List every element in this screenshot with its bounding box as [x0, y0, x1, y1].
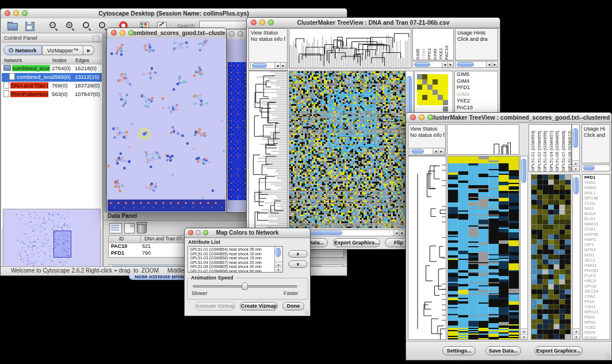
- tv2-gene-item[interactable]: RNR4: [583, 185, 610, 190]
- tab-network[interactable]: ⚇ Network: [3, 45, 42, 55]
- close-button[interactable]: [410, 114, 416, 120]
- minimize-button[interactable]: [419, 114, 424, 120]
- minimize-button[interactable]: [238, 31, 243, 37]
- tv2-column-dendrogram[interactable]: [447, 124, 519, 155]
- close-button[interactable]: [229, 31, 235, 37]
- tv1-column-label[interactable]: YKE2: [438, 30, 444, 60]
- network-tree-row[interactable]: RNAPuberNov2+563(0)107847(0): [2, 90, 102, 99]
- tv2-column-label[interactable]: GPL51-04 (GSM857): [549, 126, 555, 171]
- network1-view[interactable]: [108, 38, 225, 212]
- tv2-gene-item[interactable]: NIS1: [583, 206, 610, 211]
- tv2-heatmap[interactable]: [447, 156, 519, 340]
- tv2-gene-item[interactable]: PHO81: [583, 268, 610, 273]
- tv2-gene-item[interactable]: BUD4: [583, 211, 610, 216]
- animate-vizmap-button[interactable]: Animate Vizmap: [195, 302, 235, 311]
- close-button[interactable]: [188, 230, 193, 235]
- attribute-list-item[interactable]: GPL51-06 (GSM865) heat shock 40 min: [188, 265, 282, 269]
- zoom-button[interactable]: [22, 10, 28, 16]
- tv2-gene-item[interactable]: PAN1: [583, 315, 610, 320]
- done-button[interactable]: Done: [282, 302, 304, 311]
- attribute-list-item[interactable]: GPL51-07 (GSM868) heat shock 60 min: [188, 269, 282, 273]
- tv2-zoom-vscrollbar[interactable]: ▲▼: [572, 174, 580, 340]
- tv2-gene-item[interactable]: MON2: [583, 335, 610, 340]
- tv2-hints-hscrollbar[interactable]: [582, 164, 610, 171]
- tv2-heatmap-vscrollbar[interactable]: ▲▼: [520, 156, 528, 340]
- tv2-save-data-button[interactable]: Save Data...: [485, 346, 521, 355]
- tv2-gene-item[interactable]: HRD3: [583, 278, 610, 283]
- zoom-in-icon[interactable]: +: [65, 21, 76, 30]
- save-icon[interactable]: [24, 21, 36, 30]
- tv2-gene-item[interactable]: PFD1: [583, 175, 610, 180]
- tv2-gene-item[interactable]: VIP1: [583, 242, 610, 247]
- birdseye-panel[interactable]: [3, 209, 101, 273]
- tv2-gene-item[interactable]: SPC98: [583, 196, 610, 201]
- network2-dense-grid-canvas[interactable]: [228, 62, 248, 200]
- tv1-gene-item[interactable]: GIM4: [455, 78, 498, 85]
- minimize-button[interactable]: [13, 10, 19, 16]
- tv2-gene-item[interactable]: SEC24: [583, 289, 610, 294]
- tv2-status-hscrollbar[interactable]: ◀▶: [410, 148, 445, 155]
- move-up-button[interactable]: ∧: [288, 250, 308, 258]
- zoom-button[interactable]: [427, 114, 433, 120]
- tv1-similarity-matrix[interactable]: [414, 71, 453, 113]
- close-button[interactable]: [111, 30, 117, 36]
- tv2-gene-item[interactable]: CPA2: [583, 294, 610, 299]
- tv1-column-label[interactable]: PAC10: [444, 30, 450, 60]
- tv2-gene-item[interactable]: SEC1: [583, 258, 610, 263]
- tv2-gene-item[interactable]: MSI1: [583, 252, 610, 258]
- treeview1-titlebar[interactable]: ClusterMaker TreeView : DNA and Tran 07-…: [247, 18, 500, 28]
- animation-speed-slider-thumb[interactable]: [242, 282, 248, 290]
- treeview2-titlebar[interactable]: ClusterMaker TreeView : combined_scores_…: [406, 113, 611, 123]
- tv1-gene-item[interactable]: GIM5: [455, 71, 498, 78]
- tv1-labels-hscrollbar[interactable]: ◀▶: [412, 61, 454, 68]
- tv1-hints-hscrollbar[interactable]: ◀▶: [455, 61, 498, 68]
- tv2-gene-item[interactable]: RPO21: [583, 309, 610, 315]
- minimize-button[interactable]: [196, 230, 201, 235]
- tv2-gene-item[interactable]: YRA1: [583, 180, 610, 185]
- tv2-gene-item[interactable]: PUF3: [583, 273, 610, 278]
- tv2-labels-vscrollbar[interactable]: ▲▼: [572, 124, 580, 172]
- tv1-column-dendrogram[interactable]: [289, 28, 411, 68]
- tv2-gene-item[interactable]: MSL1: [583, 190, 610, 196]
- tv1-row-dendrogram[interactable]: [248, 71, 288, 228]
- tab-overflow-arrow[interactable]: ▶: [83, 45, 94, 55]
- network1-canvas[interactable]: [108, 38, 225, 212]
- tv2-column-labels-panel[interactable]: GPL51-01 (GSM854)GPL51-02 (GSM855)GPL51-…: [529, 124, 572, 172]
- close-button[interactable]: [251, 20, 257, 25]
- tv2-export-graphics-button[interactable]: Export Graphics...: [534, 346, 583, 355]
- tv2-column-label[interactable]: GPL51-08 (GSM872): [567, 126, 572, 171]
- tv2-gene-item[interactable]: MAK31: [583, 221, 610, 227]
- zoom-selected-icon[interactable]: [82, 21, 93, 30]
- minimize-button[interactable]: [259, 20, 265, 25]
- tv2-zoom-heatmap[interactable]: [531, 174, 571, 340]
- tv1-gene-item[interactable]: PFD1: [455, 85, 498, 91]
- tv2-gene-item[interactable]: FIG4: [583, 299, 610, 304]
- move-down-button[interactable]: ∨: [288, 260, 308, 268]
- tv2-settings-button[interactable]: Settings...: [442, 346, 476, 355]
- open-file-icon[interactable]: [7, 21, 18, 30]
- tv1-column-label[interactable]: GIM3: [433, 30, 438, 60]
- tv2-gene-item[interactable]: RPN1: [583, 320, 610, 325]
- tv2-column-label[interactable]: GPL51-06 (GSM865): [554, 126, 561, 171]
- network-tree-row[interactable]: combined_sco2569(6)13112(15): [2, 73, 102, 82]
- tab-vizmapper[interactable]: VizMapper™: [42, 45, 84, 55]
- tv1-column-labels-panel[interactable]: GIM5GIM4PFD1GIM3YKE2PAC10: [412, 28, 454, 60]
- attribute-list[interactable]: GPL51-01 (GSM854) heat shock 05 minGPL51…: [188, 246, 283, 273]
- float-panel-icon[interactable]: [93, 36, 99, 42]
- resize-grip[interactable]: [605, 353, 610, 359]
- tv2-gene-item[interactable]: GPI16: [583, 283, 610, 289]
- tv1-heatmap[interactable]: [289, 71, 406, 228]
- attribute-table-icon[interactable]: [109, 223, 122, 233]
- tv2-gene-item[interactable]: KAP95: [583, 232, 610, 237]
- new-attribute-icon[interactable]: [124, 223, 135, 233]
- attribute-list-item[interactable]: GPL51-03 (GSM856) heat shock 15 min: [188, 256, 282, 260]
- tv2-column-label[interactable]: GPL51-07 (GSM868): [561, 126, 567, 171]
- attribute-list-item[interactable]: GPL51-01 (GSM854) heat shock 05 min: [188, 247, 282, 252]
- tv2-row-dendrogram[interactable]: [408, 156, 446, 340]
- tv2-column-label[interactable]: GPL51-02 (GSM855): [537, 126, 543, 171]
- close-button[interactable]: [5, 10, 10, 16]
- birdseye-canvas[interactable]: [3, 209, 100, 273]
- network-tree-row[interactable]: combined_scores_2764(0)16218(0): [2, 64, 102, 73]
- resize-grip[interactable]: [303, 309, 309, 315]
- attribute-list-item[interactable]: GPL51-02 (GSM855) heat shock 10 min: [188, 252, 282, 256]
